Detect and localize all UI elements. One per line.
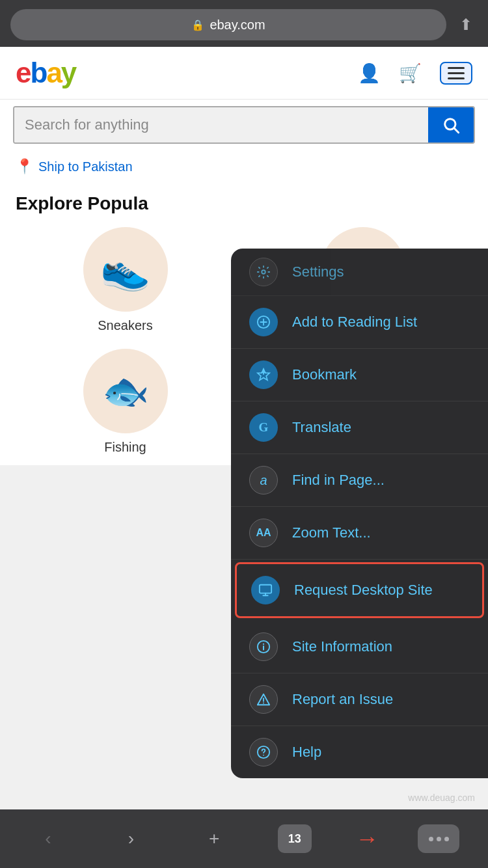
triangle-warning-icon bbox=[256, 692, 271, 707]
logo-e: e bbox=[16, 57, 30, 88]
zoom-icon: AA bbox=[249, 519, 278, 547]
svg-line-1 bbox=[454, 128, 458, 132]
warning-icon bbox=[249, 685, 278, 714]
logo-y: y bbox=[61, 57, 75, 88]
translate-label: Translate bbox=[292, 419, 351, 436]
help-label: Help bbox=[292, 744, 321, 761]
tab-count-button[interactable]: 13 bbox=[278, 824, 312, 853]
menu-item-zoom-text[interactable]: AA Zoom Text... bbox=[231, 507, 488, 560]
zoom-text-label: Zoom Text... bbox=[292, 524, 371, 541]
fishing-circle: 🐟 bbox=[83, 349, 168, 433]
search-input[interactable]: Search for anything bbox=[14, 107, 428, 142]
ship-to-text: Ship to Pakistan bbox=[38, 159, 133, 174]
bookmark-label: Bookmark bbox=[292, 366, 357, 383]
info-icon bbox=[249, 632, 278, 661]
help-icon bbox=[249, 738, 278, 766]
search-area: Search for anything bbox=[7, 106, 481, 144]
new-tab-button[interactable]: + bbox=[195, 819, 234, 858]
menu-item-settings-partial[interactable]: Settings bbox=[231, 249, 488, 296]
category-fishing[interactable]: 🐟 Fishing bbox=[13, 349, 237, 455]
menu-item-find-in-page[interactable]: a Find in Page... bbox=[231, 454, 488, 507]
address-bar[interactable]: 🔒 ebay.com bbox=[10, 9, 446, 40]
svg-point-19 bbox=[263, 755, 264, 756]
user-icon[interactable]: 👤 bbox=[358, 62, 381, 84]
aa-icon: AA bbox=[256, 527, 271, 539]
fishing-label: Fishing bbox=[104, 440, 146, 455]
search-bar[interactable]: Search for anything bbox=[13, 106, 475, 144]
report-issue-label: Report an Issue bbox=[292, 691, 393, 708]
menu-item-translate[interactable]: G Translate bbox=[231, 401, 488, 454]
svg-rect-9 bbox=[260, 585, 271, 593]
more-options-button[interactable] bbox=[418, 824, 459, 853]
menu-item-reading-list[interactable]: Add to Reading List bbox=[231, 296, 488, 349]
plus-circle-icon bbox=[256, 315, 271, 329]
sneakers-circle: 👟 bbox=[83, 227, 168, 312]
svg-point-17 bbox=[263, 703, 264, 704]
monitor-icon bbox=[258, 583, 273, 597]
menu-item-bookmark[interactable]: Bookmark bbox=[231, 349, 488, 401]
watermark: www.deuag.com bbox=[408, 793, 475, 803]
ebay-logo: ebay bbox=[16, 59, 75, 87]
menu-line-3 bbox=[448, 77, 465, 79]
browser-context-menu: Settings Add to Reading List bbox=[231, 249, 488, 778]
menu-line-1 bbox=[448, 67, 465, 69]
browser-chrome: 🔒 ebay.com ⬆ bbox=[0, 0, 488, 47]
search-placeholder: Search for anything bbox=[25, 116, 149, 133]
location-pin-icon: 📍 bbox=[16, 158, 33, 175]
lock-icon: 🔒 bbox=[191, 19, 204, 31]
dot-1 bbox=[429, 837, 433, 841]
logo-a: a bbox=[46, 57, 61, 88]
search-icon bbox=[442, 116, 460, 134]
arrow-indicator: → bbox=[355, 825, 379, 852]
logo-b: b bbox=[30, 57, 46, 88]
share-button[interactable]: ⬆ bbox=[454, 13, 478, 36]
menu-item-request-desktop-highlighted[interactable]: Request Desktop Site bbox=[235, 562, 484, 618]
g-icon: G bbox=[259, 420, 269, 435]
page-content: ebay 👤 🛒 Search for anything bbox=[0, 47, 488, 465]
dot-2 bbox=[437, 837, 441, 841]
forward-button[interactable]: › bbox=[111, 819, 150, 858]
ebay-header: ebay 👤 🛒 bbox=[0, 47, 488, 100]
menu-item-request-desktop[interactable]: Request Desktop Site bbox=[237, 564, 482, 616]
hamburger-menu-button[interactable] bbox=[440, 62, 472, 85]
question-circle-icon bbox=[256, 745, 271, 759]
ship-to-bar[interactable]: 📍 Ship to Pakistan bbox=[0, 150, 488, 183]
menu-line-2 bbox=[448, 72, 465, 74]
svg-point-2 bbox=[262, 270, 265, 274]
settings-icon bbox=[249, 258, 278, 286]
fishing-image: 🐟 bbox=[102, 369, 149, 413]
desktop-icon bbox=[251, 576, 280, 604]
section-title: Explore Popula bbox=[0, 183, 488, 222]
info-circle-icon bbox=[256, 640, 271, 654]
bookmark-icon bbox=[249, 360, 278, 389]
cart-icon[interactable]: 🛒 bbox=[399, 62, 422, 84]
translate-icon: G bbox=[249, 413, 278, 442]
back-button[interactable]: ‹ bbox=[29, 819, 68, 858]
category-sneakers[interactable]: 👟 Sneakers bbox=[13, 227, 237, 333]
reading-list-label: Add to Reading List bbox=[292, 314, 417, 331]
menu-item-report-issue[interactable]: Report an Issue bbox=[231, 673, 488, 726]
dot-3 bbox=[444, 837, 449, 841]
svg-point-14 bbox=[263, 644, 264, 645]
star-plus-icon bbox=[256, 368, 271, 382]
find-in-page-label: Find in Page... bbox=[292, 472, 385, 489]
sneakers-image: 👟 bbox=[100, 246, 150, 293]
settings-label: Settings bbox=[292, 264, 344, 280]
request-desktop-label: Request Desktop Site bbox=[294, 582, 433, 599]
search-button[interactable] bbox=[428, 107, 474, 142]
gear-icon bbox=[256, 265, 271, 279]
site-information-label: Site Information bbox=[292, 638, 392, 655]
header-icons: 👤 🛒 bbox=[358, 62, 472, 85]
reading-list-icon bbox=[249, 308, 278, 336]
a-icon: a bbox=[260, 473, 267, 488]
menu-item-help[interactable]: Help bbox=[231, 726, 488, 778]
browser-toolbar: ‹ › + 13 → bbox=[0, 809, 488, 868]
menu-item-site-information[interactable]: Site Information bbox=[231, 621, 488, 673]
find-icon: a bbox=[249, 466, 278, 495]
sneakers-label: Sneakers bbox=[98, 318, 153, 333]
url-text: ebay.com bbox=[210, 18, 265, 33]
